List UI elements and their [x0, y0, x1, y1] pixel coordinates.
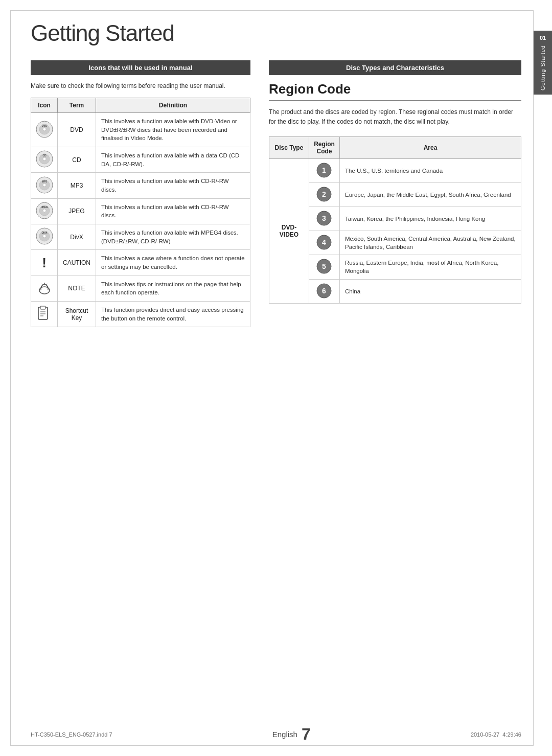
region-col-code: RegionCode: [309, 137, 339, 159]
definition-cell: This function provides direct and easy a…: [96, 302, 250, 327]
definition-cell: This involves tips or instructions on th…: [96, 276, 250, 301]
icon-cell: CD: [31, 147, 58, 173]
icon-cell: [31, 302, 58, 327]
region-code-cell: 3: [309, 207, 339, 231]
top-border: [10, 10, 534, 11]
definition-cell: This involves a function available with …: [96, 224, 250, 250]
svg-text:DVD: DVD: [41, 124, 47, 127]
intro-text: Make sure to check the following terms b…: [31, 81, 250, 90]
term-cell: NOTE: [58, 276, 96, 301]
term-cell: CAUTION: [58, 250, 96, 276]
col-icon: Icon: [31, 98, 58, 113]
area-cell: Europe, Japan, the Middle East, Egypt, S…: [339, 183, 521, 207]
svg-line-22: [41, 284, 42, 285]
icon-cell: DVD: [31, 113, 58, 147]
page-title: Getting Started: [31, 20, 521, 46]
term-cell: DivX: [58, 224, 96, 250]
term-cell: MP3: [58, 173, 96, 198]
definition-cell: This involves a function available with …: [96, 173, 250, 198]
term-cell: DVD: [58, 113, 96, 147]
term-cell: Shortcut Key: [58, 302, 96, 327]
date-time: 2010-05-27 4:29:46: [471, 731, 521, 738]
svg-text:4: 4: [323, 238, 327, 246]
region-code-cell: 1: [309, 159, 339, 183]
definition-cell: This involves a function available with …: [96, 198, 250, 224]
svg-text:6: 6: [323, 287, 327, 295]
page: 01 Getting Started Getting Started Icons…: [0, 0, 552, 756]
svg-point-2: [43, 128, 46, 131]
area-cell: The U.S., U.S. territories and Canada: [339, 159, 521, 183]
definition-cell: This involves a function available with …: [96, 113, 250, 147]
definition-cell: This involves a function available with …: [96, 147, 250, 173]
icon-cell: DivX: [31, 224, 58, 250]
area-cell: Russia, Eastern Europe, India, most of A…: [339, 255, 521, 279]
region-col-disc-type: Disc Type: [269, 137, 309, 159]
svg-text:2: 2: [323, 190, 327, 198]
icon-cell: [31, 276, 58, 301]
area-cell: China: [339, 279, 521, 303]
region-code-title: Region Code: [269, 81, 521, 101]
term-cell: JPEG: [58, 198, 96, 224]
svg-text:1: 1: [323, 166, 327, 174]
table-row: DivX DivX This involves a function avail…: [31, 224, 250, 250]
file-info: HT-C350-ELS_ENG-0527.indd 7: [31, 731, 112, 738]
region-table: Disc Type RegionCode Area DVD-VIDEO 1 Th…: [269, 136, 521, 303]
table-row: MP3 MP3 This involves a function availab…: [31, 173, 250, 198]
region-code-cell: 2: [309, 183, 339, 207]
right-section-header: Disc Types and Characteristics: [269, 60, 521, 75]
table-row: DVD DVD This involves a function availab…: [31, 113, 250, 147]
bottom-border: [10, 745, 534, 746]
svg-text:3: 3: [323, 214, 327, 222]
side-tab: 01 Getting Started: [534, 31, 552, 95]
language-label: English: [272, 730, 297, 739]
table-row: CD CD This involves a function available…: [31, 147, 250, 173]
left-column: Icons that will be used in manual Make s…: [31, 60, 250, 327]
disc-type-cell: DVD-VIDEO: [269, 159, 309, 303]
svg-point-6: [43, 157, 46, 161]
definition-cell: This involves a case where a function do…: [96, 250, 250, 276]
side-tab-number: 01: [540, 35, 546, 41]
svg-text:CD: CD: [42, 154, 47, 157]
col-definition: Definition: [96, 98, 250, 113]
region-description: The product and the discs are coded by r…: [269, 107, 521, 126]
left-section-header: Icons that will be used in manual: [31, 60, 250, 75]
page-number: 7: [302, 725, 311, 744]
area-cell: Taiwan, Korea, the Philippines, Indonesi…: [339, 207, 521, 231]
table-row: JPEG JPEG This involves a function avail…: [31, 198, 250, 224]
side-tab-text: Getting Started: [540, 45, 546, 90]
svg-text:5: 5: [323, 262, 327, 270]
col-term: Term: [58, 98, 96, 113]
bottom-right: English 7: [272, 725, 311, 744]
svg-text:DivX: DivX: [41, 231, 48, 234]
region-col-area: Area: [339, 137, 521, 159]
table-row: Shortcut Key This function provides dire…: [31, 302, 250, 327]
svg-text:JPEG: JPEG: [41, 205, 48, 209]
table-row: DVD-VIDEO 1 The U.S., U.S. territories a…: [269, 159, 521, 183]
table-row: NOTE This involves tips or instructions …: [31, 276, 250, 301]
region-code-cell: 6: [309, 279, 339, 303]
svg-text:MP3: MP3: [41, 180, 47, 183]
table-row: ! CAUTION This involves a case where a f…: [31, 250, 250, 276]
icons-table: Icon Term Definition DVD DVD This involv…: [31, 98, 250, 327]
svg-point-10: [43, 184, 46, 187]
term-cell: CD: [58, 147, 96, 173]
svg-rect-25: [40, 306, 45, 309]
svg-point-18: [43, 235, 46, 238]
right-column: Disc Types and Characteristics Region Co…: [269, 60, 521, 304]
region-code-cell: 5: [309, 255, 339, 279]
area-cell: Mexico, South America, Central America, …: [339, 231, 521, 255]
icon-cell: MP3: [31, 173, 58, 198]
svg-line-23: [47, 284, 48, 285]
svg-point-14: [43, 209, 46, 212]
main-content: Icons that will be used in manual Make s…: [31, 60, 521, 327]
region-code-cell: 4: [309, 231, 339, 255]
icon-cell: JPEG: [31, 198, 58, 224]
bottom-bar: HT-C350-ELS_ENG-0527.indd 7 English 7 20…: [0, 725, 552, 744]
icon-cell: !: [31, 250, 58, 276]
